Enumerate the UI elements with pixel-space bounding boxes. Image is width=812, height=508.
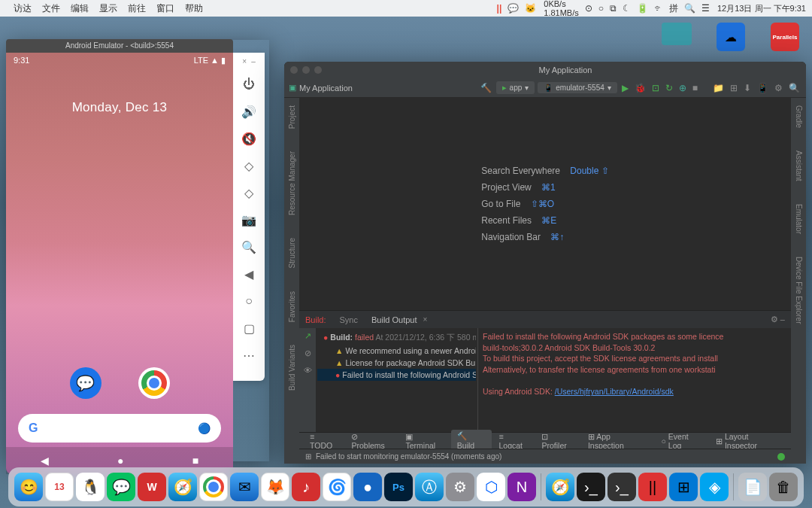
dock-appstore[interactable]: Ⓐ <box>415 473 444 501</box>
dock-terminal[interactable]: ›_ <box>577 473 605 501</box>
tab-build-variants[interactable]: Build Variants <box>288 345 296 391</box>
dock-anydesk[interactable]: ◈ <box>700 473 729 501</box>
settings-button[interactable]: ⚙ <box>774 83 783 93</box>
dock-qq[interactable]: 🐧 <box>76 473 105 501</box>
status-datetime[interactable]: 12月13日 周一 下午9:31 <box>717 3 806 14</box>
menu-view[interactable]: 显示 <box>99 2 117 15</box>
nav-home[interactable]: ● <box>117 455 123 467</box>
zoom-icon[interactable]: 🔍 <box>241 239 257 255</box>
dock-trash[interactable]: 🗑 <box>769 473 798 501</box>
tab-project[interactable]: Project <box>288 105 296 129</box>
status-pause-icon[interactable]: || <box>497 3 502 14</box>
camera-icon[interactable]: 📷 <box>241 211 257 228</box>
status-search-icon[interactable]: 🔍 <box>684 3 695 14</box>
desktop-parallels[interactable]: Parallels <box>765 23 804 53</box>
status-circle2-icon[interactable]: ○ <box>598 3 604 14</box>
device-selector[interactable]: 📱 emulator-5554 ▾ <box>538 82 617 93</box>
status-screen-icon[interactable]: ⧉ <box>610 3 617 14</box>
dock-app-blue[interactable]: ● <box>353 473 382 501</box>
run-config-app[interactable]: ▸app ▾ <box>496 81 535 94</box>
status-input-icon[interactable]: 拼 <box>669 2 678 15</box>
nav-recent[interactable]: ■ <box>192 455 198 467</box>
emulator-titlebar[interactable]: Android Emulator - <build>:5554 <box>6 39 233 53</box>
desktop-app-blue[interactable]: ☁ <box>711 23 750 53</box>
avd-button[interactable]: ⊞ <box>730 83 738 93</box>
breadcrumb[interactable]: My Application <box>299 84 353 93</box>
emulator-screen[interactable]: 9:31 LTE ▲ ▮ Monday, Dec 13 💬 G 🔵 ◀ ● ■ <box>6 53 233 474</box>
build-settings-icon[interactable]: ⚙ – <box>771 315 785 324</box>
menu-help[interactable]: 帮助 <box>185 2 203 15</box>
dock-onenote[interactable]: N <box>508 473 536 501</box>
build-filter-icon[interactable]: ⊘ <box>304 348 311 358</box>
status-wifi-icon[interactable]: ᯤ <box>654 3 663 14</box>
build-tab-close-icon[interactable]: × <box>423 315 428 324</box>
window-controls[interactable] <box>290 66 322 74</box>
tab-gradle[interactable]: Gradle <box>795 105 803 128</box>
google-search-bar[interactable]: G 🔵 <box>18 414 221 443</box>
emulator-close-icon[interactable]: × <box>242 57 247 65</box>
home-icon[interactable]: ○ <box>241 293 257 309</box>
menu-file[interactable]: 文件 <box>42 2 60 15</box>
dock-terminal2[interactable]: ›_ <box>607 473 636 501</box>
git-button[interactable]: 📁 <box>713 83 724 93</box>
dock-edge[interactable]: 🌀 <box>323 473 351 501</box>
build-eye-icon[interactable]: 👁 <box>304 366 312 375</box>
attach-button[interactable]: ⊕ <box>679 83 686 93</box>
assistant-icon[interactable]: 🔵 <box>198 422 211 434</box>
dock-calendar[interactable]: 13 <box>45 473 74 501</box>
status-moon-icon[interactable]: ☾ <box>623 3 631 14</box>
stop-button[interactable]: ■ <box>692 83 698 93</box>
dock-finder[interactable]: 😊 <box>14 473 43 501</box>
status-netspeed[interactable]: 0KB/s1.81MB/s <box>544 0 578 17</box>
tab-structure[interactable]: Structure <box>288 238 296 269</box>
back-icon[interactable]: ◀ <box>241 266 257 282</box>
build-restart-icon[interactable]: ↗ <box>304 331 311 341</box>
dock-document[interactable]: 📄 <box>738 473 767 501</box>
tab-assistant[interactable]: Assistant <box>795 151 803 181</box>
dock-firefox[interactable]: 🦊 <box>261 473 289 501</box>
dock-parallels[interactable]: || <box>638 473 667 501</box>
menu-edit[interactable]: 编辑 <box>71 2 89 15</box>
sync-button[interactable]: 📱 <box>757 83 768 93</box>
status-control-icon[interactable]: ☰ <box>701 3 710 14</box>
status-cat-icon[interactable]: 🐱 <box>525 3 536 14</box>
status-window-icon[interactable]: ⊞ <box>305 452 311 461</box>
build-output[interactable]: Failed to install the following Android … <box>478 328 791 432</box>
nav-back[interactable]: ◀ <box>41 455 49 467</box>
dock-settings[interactable]: ⚙ <box>446 473 474 501</box>
dock-dropbox[interactable]: ⬡ <box>477 473 505 501</box>
menu-finder[interactable]: 访达 <box>14 2 32 15</box>
tab-emulator[interactable]: Emulator <box>795 204 803 234</box>
chrome-app-icon[interactable] <box>138 367 170 399</box>
debug-button[interactable]: 🐞 <box>635 83 646 93</box>
status-wechat-icon[interactable]: 💬 <box>508 3 519 14</box>
status-circle1-icon[interactable]: ⊙ <box>585 3 592 14</box>
dock-chrome[interactable] <box>199 473 228 501</box>
build-tab-build[interactable]: Build: <box>305 315 326 324</box>
tab-resource-manager[interactable]: Resource Manager <box>288 151 296 215</box>
emulator-minimize-icon[interactable]: – <box>251 57 256 65</box>
volume-up-icon[interactable]: 🔊 <box>241 103 257 120</box>
dock-netease[interactable]: ♪ <box>292 473 320 501</box>
dock-mail[interactable]: ✉ <box>230 473 259 501</box>
dock-safari2[interactable]: 🧭 <box>546 473 574 501</box>
build-tree[interactable]: ●Build: failed At 2021/12/12, 6:36 下 580… <box>316 328 478 432</box>
build-tab-sync[interactable]: Sync <box>340 315 358 324</box>
ide-titlebar[interactable]: My Application <box>284 62 806 78</box>
power-icon[interactable]: ⏻ <box>241 76 257 93</box>
dock-windows[interactable]: ⊞ <box>669 473 698 501</box>
tab-device-file-explorer[interactable]: Device File Explorer <box>795 257 803 324</box>
status-indicator-icon[interactable] <box>777 453 785 461</box>
dock-photoshop[interactable]: Ps <box>384 473 413 501</box>
search-button[interactable]: 🔍 <box>789 83 800 93</box>
dock-safari[interactable]: 🧭 <box>168 473 197 501</box>
menu-window[interactable]: 窗口 <box>156 2 174 15</box>
volume-down-icon[interactable]: 🔇 <box>241 130 257 147</box>
coverage-button[interactable]: ↻ <box>665 83 673 93</box>
tab-favorites[interactable]: Favorites <box>288 291 296 322</box>
more-icon[interactable]: ⋯ <box>241 347 257 364</box>
desktop-folder[interactable] <box>657 23 696 53</box>
profile-button[interactable]: ⊡ <box>652 83 659 93</box>
rotate-left-icon[interactable]: ◇ <box>241 157 257 174</box>
project-icon[interactable]: ▣ <box>289 83 296 93</box>
